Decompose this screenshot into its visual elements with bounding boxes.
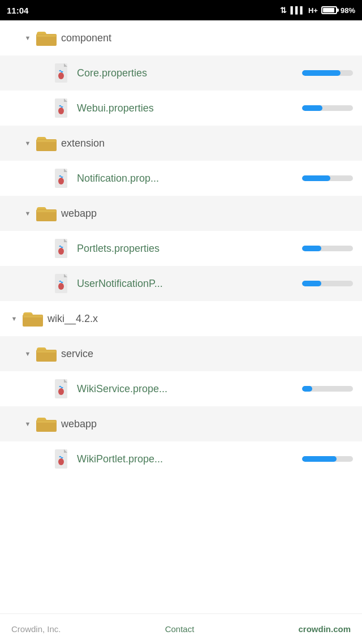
battery-percent: 98%: [341, 6, 355, 15]
progress-bar: [302, 175, 353, 181]
svg-point-32: [58, 458, 64, 465]
progress-bar: [302, 246, 353, 251]
chevron-down-icon: [23, 419, 33, 429]
file-tree: componentCore.propertiesWebui.properties…: [0, 20, 362, 613]
progress-bar-fill: [302, 105, 322, 111]
chevron-down-icon: [23, 208, 33, 218]
row-core[interactable]: Core.properties: [0, 55, 362, 91]
row-wikiportlet[interactable]: WikiPortlet.prope...: [0, 441, 362, 476]
java-file-icon: [53, 273, 72, 294]
file-label: WikiPortlet.prope...: [77, 453, 302, 465]
chevron-down-icon: [23, 349, 33, 359]
svg-rect-29: [37, 420, 56, 423]
battery-icon: [321, 6, 337, 14]
folder-icon: [36, 29, 57, 46]
progress-bar-fill: [302, 456, 337, 462]
row-webapp2[interactable]: webapp: [0, 406, 362, 441]
row-extension[interactable]: extension: [0, 126, 362, 161]
svg-point-12: [58, 178, 64, 184]
svg-point-20: [58, 283, 64, 290]
file-label: WikiService.prope...: [77, 383, 302, 395]
file-label: Notification.prop...: [77, 173, 302, 184]
java-file-icon: [53, 63, 72, 83]
svg-point-4: [58, 72, 64, 79]
footer-website[interactable]: crowdin.com: [298, 624, 351, 634]
folder-label: extension: [61, 138, 353, 149]
svg-rect-24: [37, 350, 56, 353]
progress-bar: [302, 386, 353, 392]
svg-point-7: [58, 108, 64, 114]
svg-rect-9: [37, 140, 56, 142]
status-bar-right: ⇅ ▌▌▌ H+ 98%: [280, 6, 355, 15]
svg-rect-14: [37, 210, 56, 212]
progress-bar-fill: [302, 386, 312, 392]
status-bar: 11:04 ⇅ ▌▌▌ H+ 98%: [0, 0, 362, 20]
file-label: Core.properties: [77, 67, 302, 79]
file-label: UserNotificationP...: [77, 278, 302, 290]
row-component[interactable]: component: [0, 20, 362, 55]
progress-bar: [302, 456, 353, 462]
svg-point-27: [58, 388, 64, 395]
row-service[interactable]: service: [0, 336, 362, 371]
row-portlets[interactable]: Portlets.properties: [0, 231, 362, 266]
row-webapp[interactable]: webapp: [0, 196, 362, 231]
svg-rect-1: [37, 35, 56, 37]
progress-bar-fill: [302, 70, 341, 76]
signal-icon: ▌▌▌: [290, 6, 305, 14]
progress-bar-fill: [302, 175, 330, 181]
svg-point-17: [58, 248, 64, 255]
folder-label: webapp: [61, 418, 353, 430]
progress-bar: [302, 105, 353, 111]
folder-label: service: [61, 348, 353, 360]
folder-icon: [23, 310, 43, 327]
folder-icon: [36, 415, 57, 432]
chevron-down-icon: [23, 33, 33, 43]
java-file-icon: [53, 449, 72, 469]
time-display: 11:04: [7, 6, 28, 15]
chevron-down-icon: [9, 314, 19, 324]
sync-icon: ⇅: [280, 6, 287, 15]
folder-label: webapp: [61, 208, 353, 220]
java-file-icon: [53, 238, 72, 259]
row-webui[interactable]: Webui.properties: [0, 91, 362, 126]
row-wiki42[interactable]: wiki__4.2.x: [0, 301, 362, 336]
folder-label: wiki__4.2.x: [48, 313, 353, 325]
file-label: Webui.properties: [77, 102, 302, 114]
svg-rect-22: [23, 315, 42, 317]
row-wikiservice[interactable]: WikiService.prope...: [0, 371, 362, 406]
java-file-icon: [53, 379, 72, 399]
chevron-down-icon: [23, 138, 33, 148]
java-file-icon: [53, 98, 72, 118]
row-notification[interactable]: Notification.prop...: [0, 161, 362, 196]
file-label: Portlets.properties: [77, 243, 302, 255]
footer-company: Crowdin, Inc.: [11, 624, 61, 634]
progress-bar: [302, 70, 353, 76]
java-file-icon: [53, 168, 72, 188]
progress-bar: [302, 281, 353, 286]
folder-icon: [36, 135, 57, 152]
progress-bar-fill: [302, 281, 321, 286]
folder-label: component: [61, 32, 353, 44]
footer-contact[interactable]: Contact: [165, 624, 195, 634]
network-type: H+: [308, 6, 318, 15]
footer: Crowdin, Inc. Contact crowdin.com: [0, 613, 362, 644]
row-usernotification[interactable]: UserNotificationP...: [0, 266, 362, 301]
folder-icon: [36, 345, 57, 362]
progress-bar-fill: [302, 246, 321, 251]
folder-icon: [36, 205, 57, 222]
